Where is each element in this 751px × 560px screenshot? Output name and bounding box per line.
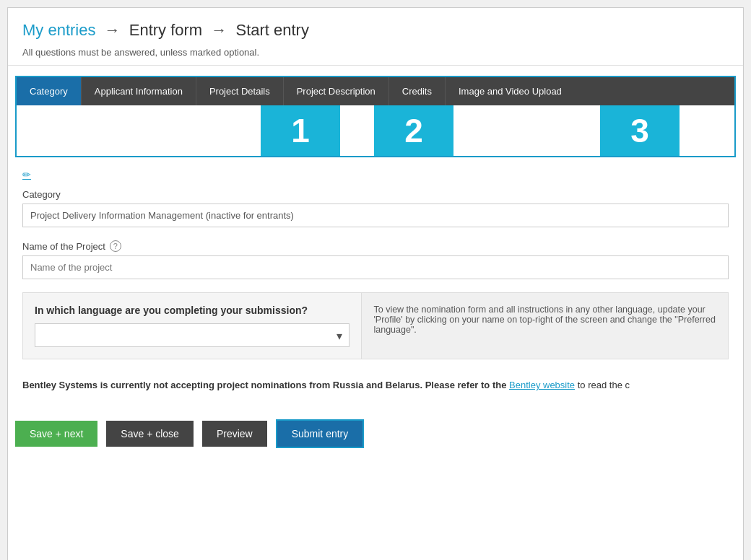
project-name-info-icon[interactable]: ? xyxy=(110,240,121,252)
breadcrumb-entry-form: Entry form xyxy=(129,21,202,39)
project-name-input[interactable] xyxy=(22,255,729,279)
save-close-button[interactable]: Save + close xyxy=(106,421,194,447)
language-note: To view the nomination form and all inst… xyxy=(361,293,728,359)
language-select-wrapper xyxy=(35,323,350,347)
step-number-3: 3 xyxy=(600,105,680,156)
breadcrumb-arrow1: → xyxy=(105,21,121,39)
breadcrumb: My entries → Entry form → Start entry xyxy=(22,21,729,40)
edit-link[interactable]: ✏ xyxy=(22,169,729,180)
main-container: My entries → Entry form → Start entry Al… xyxy=(7,7,744,560)
tabs-wrapper: Category Applicant Information Project D… xyxy=(15,76,736,157)
page-subtitle: All questions must be answered, unless m… xyxy=(22,47,729,58)
language-select[interactable] xyxy=(35,323,350,347)
save-next-button[interactable]: Save + next xyxy=(15,421,97,447)
tab-project-details[interactable]: Project Details xyxy=(196,77,284,105)
step-number-2: 2 xyxy=(374,105,453,156)
breadcrumb-arrow2: → xyxy=(211,21,227,39)
warning-text: Bentley Systems is currently not accepti… xyxy=(22,372,729,402)
language-left-panel: In which language are you completing you… xyxy=(23,293,361,359)
project-name-label: Name of the Project ? xyxy=(22,240,729,252)
tab-image-video-upload[interactable]: Image and Video Upload xyxy=(446,77,734,105)
step-number-1: 1 xyxy=(261,105,340,156)
tab-applicant-information[interactable]: Applicant Information xyxy=(82,77,196,105)
tab-category[interactable]: Category xyxy=(17,77,82,105)
category-label: Category xyxy=(22,189,729,200)
form-body: ✏ Category Name of the Project ? In whic… xyxy=(8,157,743,409)
bentley-website-link[interactable]: Bentley website xyxy=(509,380,575,390)
breadcrumb-my-entries[interactable]: My entries xyxy=(22,21,95,39)
action-buttons: Save + next Save + close Preview Submit … xyxy=(8,409,743,458)
tabs-bar: Category Applicant Information Project D… xyxy=(17,77,734,105)
language-question: In which language are you completing you… xyxy=(35,305,350,316)
language-section: In which language are you completing you… xyxy=(22,292,729,359)
submit-entry-button[interactable]: Submit entry xyxy=(276,419,365,448)
tab-project-description[interactable]: Project Description xyxy=(284,77,389,105)
category-input[interactable] xyxy=(22,204,729,227)
project-name-group: Name of the Project ? xyxy=(22,240,729,279)
step-numbers-row: 1 2 3 xyxy=(17,105,734,156)
category-group: Category xyxy=(22,189,729,227)
preview-button[interactable]: Preview xyxy=(202,421,267,447)
tab-credits[interactable]: Credits xyxy=(389,77,446,105)
header-section: My entries → Entry form → Start entry Al… xyxy=(8,8,743,66)
breadcrumb-start-entry: Start entry xyxy=(235,21,308,39)
